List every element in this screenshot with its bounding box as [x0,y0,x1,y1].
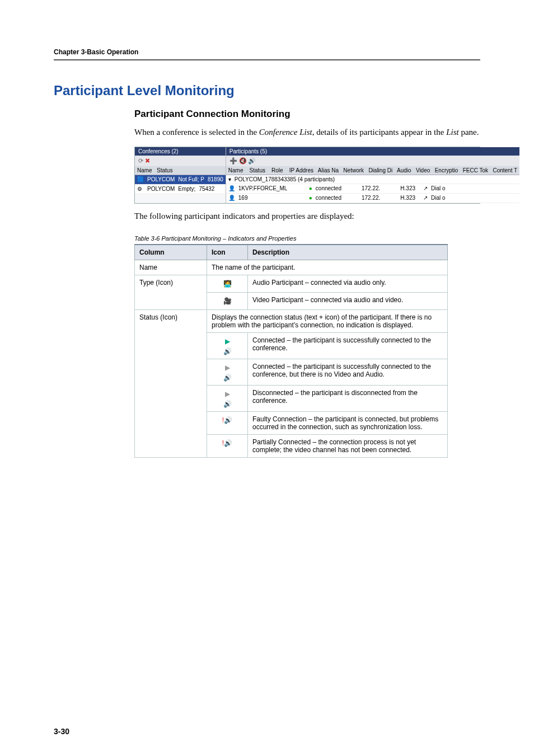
participants-pane-title: Participants (5) [226,147,519,156]
conference-row[interactable]: ⚙ POLYCOM Empty; 75432 [135,185,226,194]
conference-row-selected[interactable]: 🟦 POLYCOM Not Full; P 81890 [135,175,226,185]
follow-text: The following participant indicators and… [134,210,480,223]
conferences-pane-title: Conferences (2) [135,147,226,156]
participants-toolbar: ➕ 🔇 🔊 [226,156,519,166]
participants-header-row: Name Status Role IP Addres Alias Na Netw… [226,166,519,175]
row-label: Type (Icon) [135,275,207,309]
row-desc: Faulty Connection – the participant is c… [248,411,448,434]
status-connected-icon: ● [309,185,312,192]
partially-connected-icon: !🔊 [207,434,248,457]
participant-row[interactable]: 👤 169 ● connected 172.22. H.323 ↗ Dial o [226,194,519,203]
row-desc: Video Participant – connected via audio … [248,292,448,309]
participant-row[interactable]: 👤 1KVP.FFORCE_ML ● connected 172.22. H.3… [226,184,519,194]
table-header-column: Column [135,245,207,260]
header-divider [54,59,480,60]
monitoring-screenshot: Conferences (2) ⟳ ✖ Name Status 🟦 POLYCO… [134,147,480,204]
row-desc: Audio Participant – connected via audio … [248,275,448,292]
participant-monitoring-table: Table 3-6 Participant Monitoring – Indic… [134,233,448,458]
table-caption: Table 3-6 Participant Monitoring – Indic… [134,233,448,244]
participants-group-row[interactable]: ▾ POLYCOM_1788343385 (4 participants) [226,175,519,184]
conference-icon: 🟦 [137,176,144,183]
page-title-h2: Participant Connection Monitoring [134,109,480,120]
audio-participant-icon: 🧑‍💻 [207,275,248,292]
row-desc: Connected – the participant is successfu… [248,359,448,385]
dial-out-icon: ↗ [423,185,428,192]
video-participant-icon: 🎥 [207,292,248,309]
refresh-icon[interactable]: ⟳ [138,157,143,164]
connected-gray-icon: ▶🔊 [207,359,248,385]
row-desc: Displays the connection status (text + i… [207,309,448,332]
participant-icon: 👤 [228,195,235,201]
intro-paragraph: When a conference is selected in the Con… [134,126,480,139]
unmute-icon[interactable]: 🔊 [248,157,256,164]
add-participant-icon[interactable]: ➕ [229,157,237,164]
chapter-header: Chapter 3-Basic Operation [54,48,480,56]
page-title-h1: Participant Level Monitoring [54,83,480,98]
faulty-connection-icon: !🔊 [207,411,248,434]
row-desc: Connected – the participant is successfu… [248,332,448,359]
connected-icon: ▶🔊 [207,332,248,359]
status-connected-icon: ● [309,195,312,201]
participant-icon: 👤 [228,185,235,192]
page-number: 3-30 [54,727,69,736]
row-label: Status (Icon) [135,309,207,457]
mute-icon[interactable]: 🔇 [239,157,247,164]
row-desc: The name of the participant. [207,260,448,275]
row-label: Name [135,260,207,275]
row-desc: Partially Connected – the connection pro… [248,434,448,457]
table-header-icon: Icon [207,245,248,260]
partial-disconnect-icon: ▶🔊 [207,385,248,411]
delete-icon[interactable]: ✖ [145,157,150,164]
dial-out-icon: ↗ [423,195,428,201]
conferences-header-row: Name Status [135,166,226,175]
conference-icon: ⚙ [137,186,144,192]
row-desc: Disconnected – the participant is discon… [248,385,448,411]
table-header-desc: Description [248,245,448,260]
conferences-toolbar: ⟳ ✖ [135,156,226,166]
